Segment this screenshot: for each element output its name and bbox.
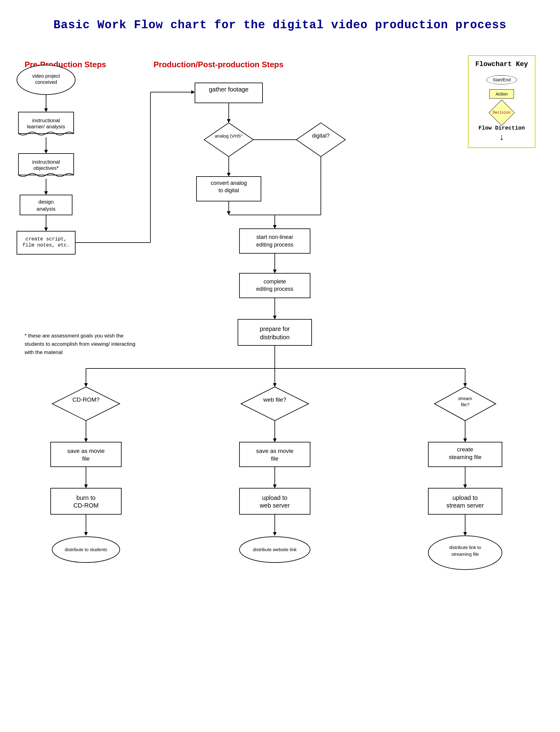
svg-rect-74 xyxy=(51,442,121,467)
svg-text:save as movie: save as movie xyxy=(256,448,293,454)
svg-rect-59 xyxy=(238,319,312,345)
svg-marker-99 xyxy=(273,532,277,536)
svg-text:CD-ROM?: CD-ROM? xyxy=(72,396,100,403)
footnote: * these are assessment goals you wish th… xyxy=(25,332,141,357)
svg-rect-15 xyxy=(20,195,72,215)
svg-marker-116 xyxy=(463,532,467,536)
svg-text:web server: web server xyxy=(259,502,290,509)
svg-marker-65 xyxy=(84,383,88,387)
svg-rect-54 xyxy=(239,273,310,298)
svg-text:editing process: editing process xyxy=(256,242,293,248)
svg-text:distribute link to: distribute link to xyxy=(449,545,481,550)
svg-text:analog (VHS°: analog (VHS° xyxy=(215,133,243,138)
svg-marker-34 xyxy=(227,173,231,177)
svg-text:distribution: distribution xyxy=(260,334,290,341)
svg-text:burn to: burn to xyxy=(76,494,95,501)
svg-text:distribute website link: distribute website link xyxy=(253,547,297,552)
svg-marker-19 xyxy=(44,228,48,231)
svg-marker-53 xyxy=(273,270,277,273)
svg-text:create script,: create script, xyxy=(25,236,67,242)
svg-text:file: file xyxy=(82,455,90,462)
svg-rect-112 xyxy=(428,488,502,514)
svg-text:file?: file? xyxy=(461,402,469,407)
svg-marker-83 xyxy=(84,532,88,536)
svg-marker-69 xyxy=(463,383,467,387)
svg-text:upload to: upload to xyxy=(262,494,287,501)
svg-text:digital?: digital? xyxy=(312,133,329,139)
svg-marker-42 xyxy=(296,123,345,157)
svg-text:web file?: web file? xyxy=(263,396,286,403)
svg-marker-111 xyxy=(463,485,467,488)
svg-marker-89 xyxy=(273,438,277,442)
svg-text:complete: complete xyxy=(263,278,286,285)
svg-marker-26 xyxy=(191,90,195,94)
page-title: Basic Work Flow chart for the digital vi… xyxy=(25,18,535,32)
svg-text:convert analog: convert analog xyxy=(211,180,247,186)
svg-marker-4 xyxy=(44,108,48,112)
svg-marker-14 xyxy=(44,191,48,195)
svg-marker-70 xyxy=(52,387,120,421)
svg-text:file: file xyxy=(271,455,278,462)
svg-text:conceived: conceived xyxy=(35,80,57,85)
svg-marker-67 xyxy=(273,383,277,387)
svg-text:stream server: stream server xyxy=(446,502,484,509)
svg-marker-58 xyxy=(273,316,277,319)
svg-text:steaming file: steaming file xyxy=(449,454,482,460)
svg-marker-86 xyxy=(241,387,309,421)
svg-text:distribute to students: distribute to students xyxy=(65,547,107,552)
svg-rect-95 xyxy=(239,488,310,514)
svg-text:analysis: analysis xyxy=(37,206,55,212)
svg-text:editing process: editing process xyxy=(256,286,293,292)
svg-marker-31 xyxy=(204,123,253,157)
page: Basic Work Flow chart for the digital vi… xyxy=(0,0,560,732)
svg-marker-94 xyxy=(273,485,277,488)
svg-marker-30 xyxy=(227,119,231,123)
svg-text:learner/ analysis: learner/ analysis xyxy=(27,124,65,130)
svg-text:gather footage: gather footage xyxy=(209,86,249,93)
svg-text:upload to: upload to xyxy=(453,494,478,501)
svg-text:streaming file: streaming file xyxy=(451,551,479,557)
svg-text:instructional: instructional xyxy=(32,159,60,165)
svg-text:objectives*: objectives* xyxy=(33,165,59,171)
svg-text:save as movie: save as movie xyxy=(67,448,104,454)
svg-marker-9 xyxy=(44,150,48,154)
svg-text:film notes, etc.: film notes, etc. xyxy=(22,243,70,248)
svg-text:stream: stream xyxy=(458,396,472,401)
svg-marker-39 xyxy=(227,211,231,215)
svg-marker-73 xyxy=(84,438,88,442)
svg-text:to digital: to digital xyxy=(218,187,239,193)
svg-text:instructional: instructional xyxy=(32,118,60,123)
svg-text:prepare for: prepare for xyxy=(260,325,290,332)
svg-text:design: design xyxy=(38,199,54,205)
svg-text:create: create xyxy=(457,446,473,453)
svg-marker-47 xyxy=(273,225,277,229)
svg-text:CD-ROM: CD-ROM xyxy=(73,502,99,509)
svg-rect-79 xyxy=(51,488,121,514)
svg-text:start non-linear: start non-linear xyxy=(256,234,293,240)
flowchart-svg: video project conceived instructional le… xyxy=(0,43,560,718)
svg-rect-90 xyxy=(239,442,310,467)
svg-marker-106 xyxy=(463,438,467,442)
svg-rect-48 xyxy=(239,229,310,253)
svg-marker-78 xyxy=(84,485,88,488)
svg-text:video project: video project xyxy=(32,73,60,79)
